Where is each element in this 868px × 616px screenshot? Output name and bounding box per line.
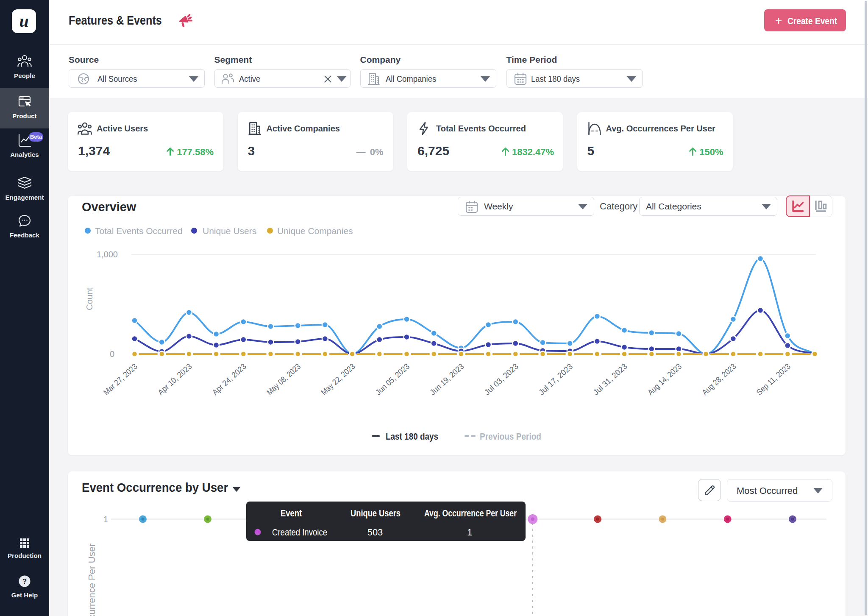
svg-text:1: 1 bbox=[467, 527, 472, 538]
svg-text:Previous Period: Previous Period bbox=[480, 431, 541, 442]
svg-text:May 22, 2023: May 22, 2023 bbox=[319, 362, 356, 397]
svg-text:Apr 10, 2023: Apr 10, 2023 bbox=[156, 362, 193, 397]
svg-text:May 08, 2023: May 08, 2023 bbox=[265, 362, 302, 397]
svg-text:Last 180 days: Last 180 days bbox=[386, 431, 438, 442]
svg-text:Jul 31, 2023: Jul 31, 2023 bbox=[591, 362, 629, 397]
svg-text:Sep 11, 2023: Sep 11, 2023 bbox=[755, 362, 792, 397]
svg-text:?: ? bbox=[22, 577, 27, 585]
svg-text:Event: Event bbox=[281, 508, 302, 518]
svg-text:Jul 17, 2023: Jul 17, 2023 bbox=[537, 362, 574, 397]
svg-text:Mar 27, 2023: Mar 27, 2023 bbox=[102, 362, 139, 397]
svg-text:Aug 28, 2023: Aug 28, 2023 bbox=[700, 362, 737, 397]
svg-text:Jun 05, 2023: Jun 05, 2023 bbox=[374, 362, 411, 397]
svg-text:0: 0 bbox=[110, 349, 114, 359]
svg-text:Avg. Occurrence Per User: Avg. Occurrence Per User bbox=[86, 544, 97, 616]
svg-text:1: 1 bbox=[103, 515, 108, 524]
svg-text:Jul 03, 2023: Jul 03, 2023 bbox=[483, 362, 520, 397]
svg-text:Unique Users: Unique Users bbox=[351, 508, 401, 518]
svg-text:Jun 19, 2023: Jun 19, 2023 bbox=[428, 362, 465, 397]
svg-text:Count: Count bbox=[85, 287, 94, 310]
svg-text:503: 503 bbox=[367, 527, 383, 538]
svg-text:Aug 14, 2023: Aug 14, 2023 bbox=[646, 362, 683, 397]
svg-text:Created Invoice: Created Invoice bbox=[272, 527, 327, 538]
svg-text:Apr 24, 2023: Apr 24, 2023 bbox=[211, 362, 248, 397]
svg-text:Avg. Occurrence Per User: Avg. Occurrence Per User bbox=[424, 508, 517, 518]
svg-text:1,000: 1,000 bbox=[97, 250, 118, 259]
